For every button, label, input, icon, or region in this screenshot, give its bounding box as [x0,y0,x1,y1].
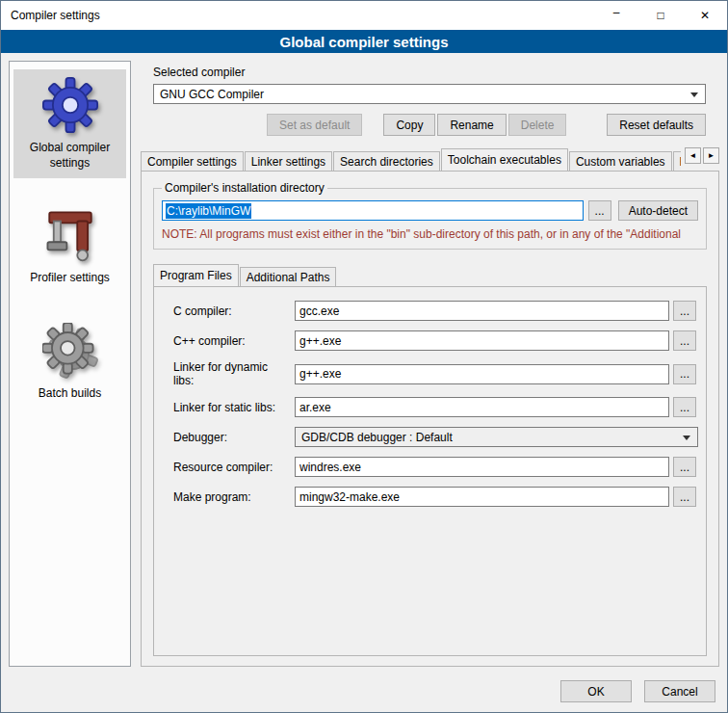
rename-button[interactable]: Rename [437,114,506,136]
linker-dynamic-label: Linker for dynamic libs: [173,360,291,387]
debugger-dropdown[interactable]: GDB/CDB debugger : Default [295,427,698,447]
cpp-compiler-input[interactable] [295,330,669,351]
subtab-additional-paths[interactable]: Additional Paths [240,267,337,286]
linker-dynamic-browse-button[interactable]: ... [673,364,696,384]
close-icon: ✕ [700,9,710,22]
dialog-body: Global compiler settings Profiler settin… [1,53,727,674]
subtabs-scroll-area: Program Files Additional Paths [153,263,707,286]
dialog-footer: OK Cancel [1,674,727,712]
selected-compiler-value: GNU GCC Compiler [160,88,264,101]
compiler-actions-row: Set as default Copy Rename Delete Reset … [153,114,706,136]
reset-defaults-button[interactable]: Reset defaults [607,114,706,136]
chevron-down-icon [683,436,690,440]
subtab-program-files[interactable]: Program Files [153,264,239,286]
maximize-button[interactable]: □ [638,1,683,30]
make-program-label: Make program: [173,490,291,504]
gear-blue-icon [42,77,98,133]
selected-compiler-label: Selected compiler [153,66,706,79]
tab-toolchain-executables[interactable]: Toolchain executables [441,148,568,171]
linker-static-browse-button[interactable]: ... [673,397,696,417]
tab-linker-settings[interactable]: Linker settings [245,151,332,171]
chevron-down-icon [690,92,698,97]
settings-tabstrip: Compiler settings Linker settings Search… [141,147,719,171]
make-program-input[interactable] [295,487,669,507]
minimize-button[interactable]: – [594,1,638,30]
make-program-browse-button[interactable]: ... [673,487,696,507]
installation-directory-row: C:\raylib\MinGW ... Auto-detect [162,200,698,221]
tab-compiler-settings[interactable]: Compiler settings [141,151,244,171]
selected-compiler-dropdown[interactable]: GNU GCC Compiler [153,84,706,104]
linker-dynamic-input[interactable] [295,364,669,384]
installation-directory-legend: Compiler's installation directory [162,181,327,195]
sidebar-item-global-compiler-settings[interactable]: Global compiler settings [13,69,126,178]
copy-button[interactable]: Copy [383,114,435,136]
page-title: Global compiler settings [1,30,727,53]
c-compiler-label: C compiler: [173,304,291,318]
maximize-icon: □ [657,9,663,22]
resource-compiler-label: Resource compiler: [173,461,291,474]
browse-directory-button[interactable]: ... [588,200,611,221]
titlebar: Compiler settings – □ ✕ [1,1,727,30]
close-button[interactable]: ✕ [683,1,727,30]
main-panel: Selected compiler GNU GCC Compiler Set a… [141,61,719,667]
cpp-compiler-browse-button[interactable]: ... [673,330,696,351]
compiler-settings-dialog: Compiler settings – □ ✕ Global compiler … [0,0,728,713]
set-as-default-button[interactable]: Set as default [267,114,362,136]
installation-directory-group: Compiler's installation directory C:\ray… [153,181,707,250]
program-files-panel: C compiler: ... C++ compiler: ... Linker… [153,286,707,656]
debugger-label: Debugger: [173,431,291,444]
installation-directory-selected-text: C:\raylib\MinGW [166,203,251,219]
auto-detect-button[interactable]: Auto-detect [618,200,698,221]
linker-static-label: Linker for static libs: [173,401,291,414]
window-title: Compiler settings [1,1,100,30]
tab-custom-variables[interactable]: Custom variables [569,151,672,171]
window-controls: – □ ✕ [594,1,727,30]
bin-subdirectory-note: NOTE: All programs must exist either in … [162,227,698,241]
tab-build-options[interactable]: Build [673,151,681,171]
profiler-tool-icon [42,207,98,263]
cpp-compiler-label: C++ compiler: [173,334,291,348]
delete-button[interactable]: Delete [508,114,567,136]
cancel-button[interactable]: Cancel [644,680,715,702]
sidebar-item-label: Global compiler settings [15,141,124,171]
tab-scroll-right-icon[interactable]: ► [703,147,719,164]
resource-compiler-input[interactable] [295,457,669,477]
debugger-value: GDB/CDB debugger : Default [301,431,453,444]
tabs-scroll-area: Compiler settings Linker settings Search… [141,147,681,171]
linker-static-input[interactable] [295,397,669,417]
ok-button[interactable]: OK [560,680,632,702]
resource-compiler-browse-button[interactable]: ... [673,457,696,477]
c-compiler-input[interactable] [295,301,669,321]
sidebar-item-batch-builds[interactable]: Batch builds [13,315,126,409]
program-files-tabstrip: Program Files Additional Paths [153,263,707,286]
sidebar-item-label: Batch builds [39,386,101,402]
gear-gray-icon [42,323,98,379]
tab-scroll-buttons: ◄ ► [685,147,719,164]
program-files-form: C compiler: ... C++ compiler: ... Linker… [173,301,698,507]
toolchain-executables-panel: Compiler's installation directory C:\ray… [141,171,719,667]
sidebar-item-profiler-settings[interactable]: Profiler settings [13,199,126,294]
tab-scroll-left-icon[interactable]: ◄ [685,147,701,164]
settings-category-sidebar: Global compiler settings Profiler settin… [9,61,131,667]
c-compiler-browse-button[interactable]: ... [673,301,696,321]
installation-directory-input[interactable]: C:\raylib\MinGW [162,200,584,221]
minimize-icon: – [613,6,620,19]
sidebar-item-label: Profiler settings [30,271,110,286]
compiler-selection-section: Selected compiler GNU GCC Compiler Set a… [141,61,719,147]
tab-search-directories[interactable]: Search directories [333,151,440,171]
